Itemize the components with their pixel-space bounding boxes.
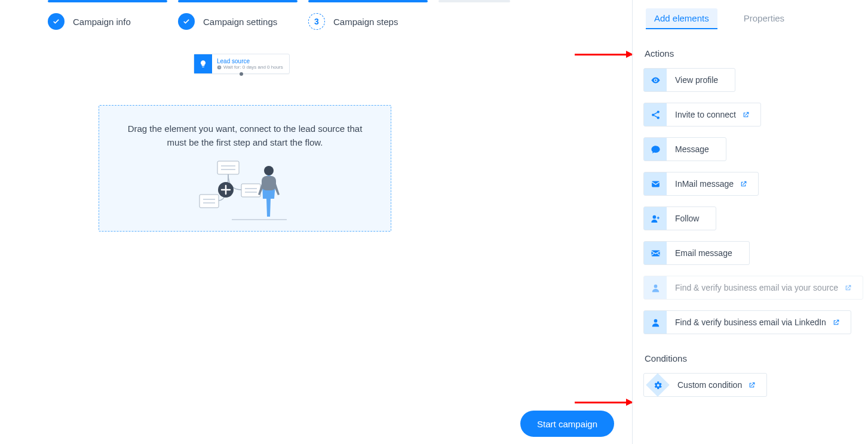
step-campaign-info[interactable]: Campaign info — [48, 0, 167, 30]
step-label: Campaign info — [73, 17, 131, 27]
svg-point-11 — [264, 166, 274, 175]
step-progress-bar — [48, 0, 167, 2]
element-inmail-message[interactable]: InMail message — [643, 172, 759, 196]
node-connector-dot[interactable] — [240, 72, 243, 76]
lead-source-subtitle: Wait for: 0 days and 0 hours — [217, 64, 283, 70]
svg-rect-7 — [200, 195, 219, 208]
tab-add-elements[interactable]: Add elements — [646, 8, 717, 29]
external-link-icon — [844, 284, 852, 292]
start-campaign-button[interactable]: Start campaign — [520, 411, 614, 437]
element-email-message[interactable]: Email message — [643, 241, 750, 265]
svg-point-21 — [654, 319, 657, 322]
element-label: Find & verify business email via your so… — [667, 283, 844, 292]
flow-drop-zone[interactable]: Drag the element you want, connect to th… — [99, 105, 391, 232]
wizard-stepper: Campaign info Campaign settings 3 Campai… — [0, 0, 632, 30]
element-label: InMail message — [667, 179, 740, 189]
step-future-placeholder — [438, 0, 510, 30]
person-icon — [644, 311, 667, 334]
element-label: Message — [667, 144, 715, 154]
svg-point-15 — [652, 113, 654, 116]
element-label: View profile — [667, 75, 724, 85]
email-icon — [644, 242, 667, 264]
annotation-arrow — [575, 54, 632, 56]
svg-rect-12 — [262, 176, 276, 190]
sidebar: Add elements Properties Actions View pro… — [632, 0, 868, 444]
element-invite-to-connect[interactable]: Invite to connect — [643, 103, 761, 127]
lead-source-icon — [194, 54, 212, 73]
step-label: Campaign settings — [203, 17, 277, 27]
step-progress-bar — [308, 0, 428, 2]
step-bullet-done-icon — [48, 13, 65, 30]
section-heading-conditions: Conditions — [645, 353, 868, 363]
step-campaign-steps[interactable]: 3 Campaign steps — [308, 0, 428, 30]
follow-icon — [644, 207, 667, 230]
element-follow[interactable]: Follow — [643, 206, 716, 230]
person-icon — [644, 276, 667, 299]
element-find-verify-email-linkedin[interactable]: Find & verify business email via LinkedI… — [643, 310, 851, 334]
external-link-icon — [832, 319, 840, 326]
chat-icon — [644, 138, 667, 161]
share-icon — [644, 103, 667, 126]
lead-source-title: Lead source — [217, 58, 283, 64]
lead-source-node[interactable]: Lead source Wait for: 0 days and 0 hours — [194, 54, 290, 74]
element-label: Invite to connect — [667, 110, 742, 119]
element-message[interactable]: Message — [643, 137, 726, 161]
svg-point-20 — [654, 284, 657, 288]
tab-properties[interactable]: Properties — [735, 8, 793, 29]
external-link-icon — [742, 111, 750, 119]
drop-hint-text: Drag the element you want, connect to th… — [123, 122, 367, 149]
step-campaign-settings[interactable]: Campaign settings — [178, 0, 297, 30]
gears-icon — [646, 373, 670, 397]
element-custom-condition[interactable]: Custom condition — [643, 373, 767, 397]
step-bullet-number: 3 — [308, 13, 325, 30]
element-view-profile[interactable]: View profile — [643, 68, 735, 92]
external-link-icon — [740, 180, 747, 188]
drop-illustration — [123, 160, 367, 226]
element-label: Follow — [667, 214, 705, 223]
inmail-icon — [644, 172, 667, 195]
step-progress-bar — [178, 0, 297, 2]
eye-icon — [644, 69, 667, 91]
external-link-icon — [748, 381, 756, 389]
step-label: Campaign steps — [333, 17, 398, 27]
svg-rect-1 — [217, 161, 239, 174]
element-label: Find & verify business email via LinkedI… — [667, 317, 832, 327]
step-bullet-done-icon — [178, 13, 195, 30]
section-heading-actions: Actions — [645, 48, 868, 58]
step-progress-bar — [438, 0, 510, 2]
element-label: Custom condition — [669, 380, 748, 390]
annotation-arrow — [575, 402, 632, 403]
svg-point-18 — [652, 215, 656, 218]
element-label: Email message — [667, 248, 738, 258]
element-find-verify-email-source: Find & verify business email via your so… — [643, 276, 863, 300]
svg-rect-4 — [241, 184, 260, 197]
